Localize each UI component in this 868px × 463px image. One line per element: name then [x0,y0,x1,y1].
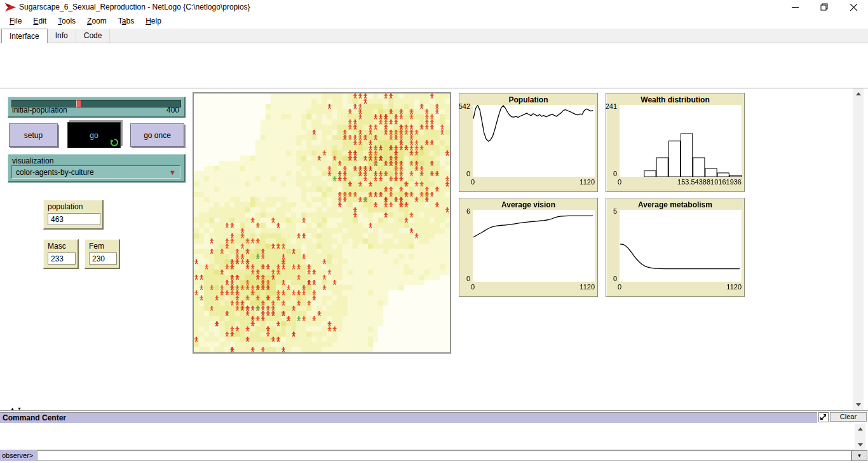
visualization-chooser[interactable]: visualization color-agents-by-culture ▼ [8,154,186,183]
menu-tabs[interactable]: Tabs [112,14,140,29]
x-axis-min: 0 [471,178,475,186]
output-scrollbar[interactable] [855,424,865,450]
restore-button[interactable] [810,0,839,14]
tab-bar: Interface Info Code [0,29,868,43]
menu-edit[interactable]: Edit [27,14,52,29]
observer-prompt-label: observer> [0,450,37,461]
world-canvas[interactable] [194,93,450,352]
monitor-value: 233 [48,252,76,265]
monitor-value: 463 [48,213,100,225]
menu-help[interactable]: Help [140,14,167,29]
chooser-arrow-icon: ▼ [169,169,176,176]
menu-tools[interactable]: Tools [52,14,81,29]
command-history-button[interactable]: ▼ [851,450,867,461]
average-vision-plot: Average vision 6 0 0 1120 [459,198,598,297]
x-axis-max: 1120 [580,283,595,291]
chooser-label: visualization [12,156,53,165]
plot-area [620,210,742,282]
y-axis-max: 241 [606,102,617,110]
y-axis-max: 542 [459,102,470,110]
interface-canvas: initial-population 400 setup go go once … [0,88,868,411]
chevron-down-icon: ▼ [857,453,862,459]
monitor-label: Fem [89,242,104,251]
forever-icon [111,139,118,146]
resize-diagonal-icon [820,414,827,420]
command-center-maximize-button[interactable] [818,412,829,422]
monitor-value: 230 [89,252,117,265]
monitor-label: Masc [48,242,66,251]
go-button-label: go [90,131,98,140]
scroll-down-button[interactable] [853,399,864,410]
menu-bar: File Edit Tools Zoom Tabs Help [0,14,868,29]
population-monitor: population 463 [43,200,104,230]
y-axis-max: 5 [613,207,617,215]
y-axis-max: 6 [466,207,470,215]
plot-area [473,105,595,177]
scroll-down-button[interactable] [855,439,865,450]
netlogo-logo-icon [5,3,16,11]
plot-title: Average vision [459,200,597,209]
menu-file[interactable]: File [4,14,27,29]
initial-population-slider[interactable]: initial-population 400 [8,97,186,118]
chooser-dropdown[interactable]: color-agents-by-culture ▼ [11,165,180,179]
x-axis-max: 1120 [726,283,742,291]
x-axis-min: 0 [618,283,621,291]
y-axis-min: 0 [466,170,470,177]
fem-monitor: Fem 230 [85,239,120,269]
x-axis-max: 1120 [580,178,595,186]
scroll-up-button[interactable] [855,424,865,434]
command-center-header[interactable]: Command Center [0,412,817,423]
chooser-selected-value: color-agents-by-culture [16,168,94,177]
x-axis-min: 0 [471,283,475,291]
command-input[interactable] [37,450,851,461]
plot-title: Wealth distribution [606,95,744,104]
tab-info[interactable]: Info [48,29,76,43]
tab-interface[interactable]: Interface [1,29,48,43]
plot-title: Average metabolism [606,200,744,209]
population-plot: Population 542 0 0 1120 [459,93,598,192]
slider-label: initial-population [12,106,67,114]
go-button[interactable]: go [67,122,121,148]
plot-area [473,210,595,282]
masc-monitor: Masc 233 [43,239,79,269]
menu-zoom[interactable]: Zoom [81,14,112,29]
average-metabolism-plot: Average metabolism 5 0 0 1120 [606,198,745,297]
window-title: Sugarscape_6_Sexual_Reproduction - NetLo… [19,0,250,14]
interface-vertical-scrollbar[interactable] [853,88,864,410]
command-center-title: Command Center [3,413,66,422]
wealth-distribution-plot: Wealth distribution 241 0 0 153.54388101… [606,93,745,192]
plot-title: Population [459,95,597,104]
interface-toolbar: Edit Delete + Add ▾abc Button ▼ normal s… [0,43,868,88]
close-button[interactable] [839,0,868,14]
monitor-label: population [48,202,83,211]
x-axis-min: 0 [618,178,621,186]
clear-button[interactable]: Clear [830,412,867,422]
scroll-up-button[interactable] [853,88,864,99]
y-axis-min: 0 [613,275,617,282]
world-view[interactable] [193,92,451,354]
command-center-output[interactable] [0,424,855,450]
slider-value: 400 [166,106,179,114]
tab-code[interactable]: Code [76,29,111,43]
x-axis-max: 153.5438810161936 [677,178,742,186]
setup-button[interactable]: setup [9,123,58,147]
go-once-button[interactable]: go once [130,123,184,147]
plot-area [620,105,742,177]
minimize-button[interactable] [780,0,810,14]
command-center-splitter[interactable]: ▲▼ [10,406,24,411]
y-axis-min: 0 [613,170,617,177]
title-bar: Sugarscape_6_Sexual_Reproduction - NetLo… [0,0,868,14]
y-axis-min: 0 [466,275,470,282]
